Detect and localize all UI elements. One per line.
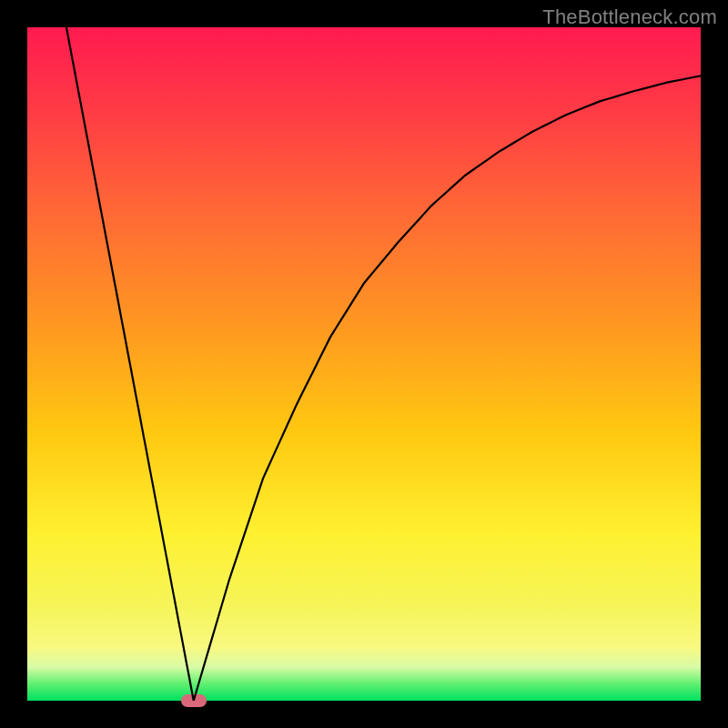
curve-left-leg: [66, 27, 194, 701]
curve-layer: [27, 27, 701, 701]
watermark-text: TheBottleneck.com: [542, 5, 717, 29]
chart-frame: TheBottleneck.com: [0, 0, 728, 728]
min-marker: [181, 694, 207, 707]
plot-area: [27, 27, 701, 701]
curve-right-leg: [194, 76, 701, 701]
